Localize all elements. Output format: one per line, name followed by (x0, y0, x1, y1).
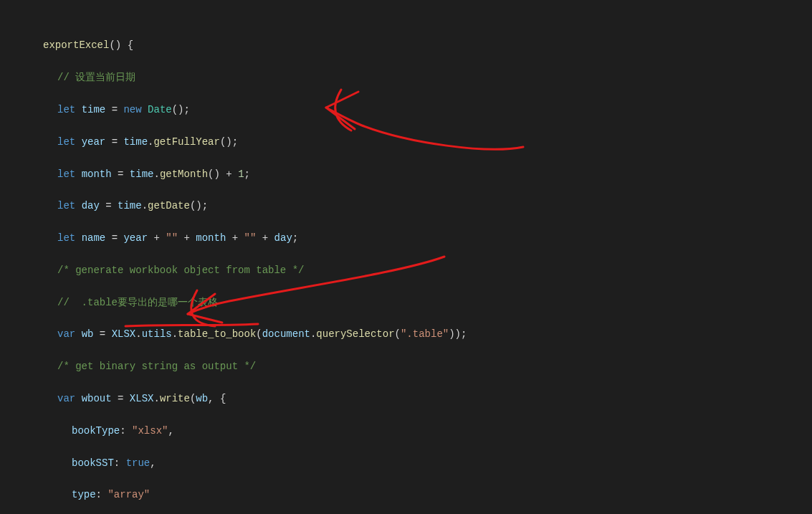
code-line: var wbout = XLSX.write(wb, { (43, 391, 812, 406)
code-line: bookType: "xlsx", (43, 423, 812, 439)
comment: // .table要导出的是哪一个表格 (57, 297, 218, 308)
function-name: exportExcel (43, 39, 109, 51)
code-line: let year = time.getFullYear(); (43, 134, 812, 150)
code-line: let month = time.getMonth() + 1; (43, 166, 812, 182)
code-line: type: "array" (43, 487, 812, 503)
comment: /* get binary string as output */ (57, 361, 256, 372)
code-line: exportExcel() { (43, 37, 812, 53)
code-line: // 设置当前日期 (43, 70, 812, 85)
comment: // 设置当前日期 (57, 72, 135, 83)
code-line: /* generate workbook object from table *… (43, 262, 812, 278)
code-line: let time = new Date(); (43, 102, 812, 118)
code-line: var wb = XLSX.utils.table_to_book(docume… (43, 326, 812, 342)
code-editor[interactable]: exportExcel() { // 设置当前日期 let time = new… (0, 0, 812, 514)
code-line: /* get binary string as output */ (43, 358, 812, 374)
code-line: let day = time.getDate(); (43, 198, 812, 214)
code-line: bookSST: true, (43, 455, 812, 471)
code-line: let name = year + "" + month + "" + day; (43, 230, 812, 246)
comment: /* generate workbook object from table *… (57, 265, 304, 276)
code-line: // .table要导出的是哪一个表格 (43, 295, 812, 310)
